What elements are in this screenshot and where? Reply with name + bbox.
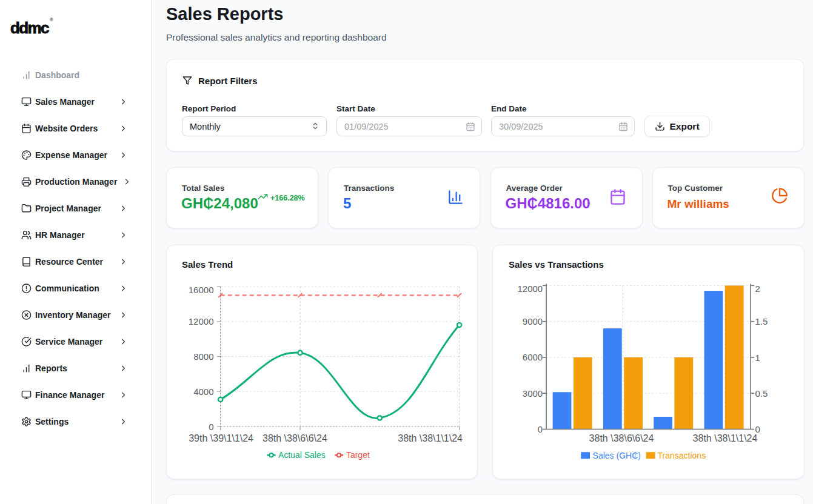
svg-text:6000: 6000 [523,352,543,362]
svg-text:Sales (GH₵): Sales (GH₵) [593,451,641,460]
svg-text:9000: 9000 [523,316,543,327]
svg-text:2: 2 [755,284,760,294]
svg-text:38th \38\1\1\24: 38th \38\1\1\24 [693,433,758,443]
svg-text:1: 1 [755,353,760,363]
svg-text:0: 0 [538,424,543,434]
svg-text:1.5: 1.5 [755,316,768,327]
svg-text:0.5: 0.5 [755,388,768,399]
svg-text:Transactions: Transactions [658,451,706,460]
svg-text:38th \38\6\6\24: 38th \38\6\6\24 [589,433,654,443]
svg-text:3000: 3000 [523,388,543,399]
svg-text:12000: 12000 [517,284,543,294]
